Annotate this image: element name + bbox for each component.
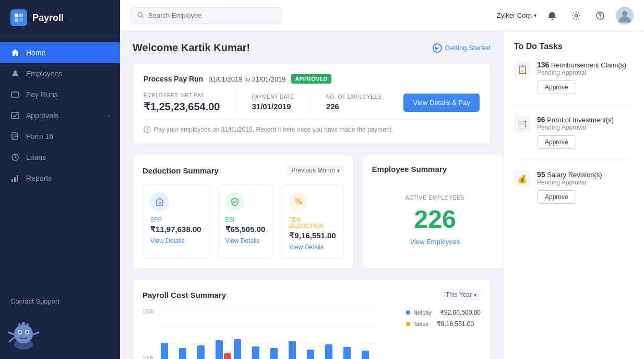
payrun-employee-count: NO. OF EMPLOYEES 226 bbox=[326, 94, 382, 111]
app-logo bbox=[10, 9, 27, 26]
year-selector[interactable]: This Year ▾ bbox=[442, 289, 481, 300]
svg-line-22 bbox=[33, 332, 39, 334]
bar-group bbox=[289, 341, 304, 359]
search-box[interactable] bbox=[130, 7, 282, 24]
sidebar-item-home-label: Home bbox=[26, 49, 45, 57]
search-input[interactable] bbox=[148, 11, 275, 19]
search-icon bbox=[137, 11, 144, 20]
employee-count-label: NO. OF EMPLOYEES bbox=[326, 94, 382, 100]
svg-line-21 bbox=[9, 338, 14, 342]
y-axis-100k: 100k bbox=[142, 355, 154, 359]
sidebar-item-home[interactable]: Home bbox=[0, 42, 120, 63]
epf-name: EPF bbox=[150, 216, 201, 223]
employee-summary-header: Employee Summary bbox=[372, 165, 498, 173]
bar-group bbox=[234, 339, 249, 359]
netpay-bar bbox=[362, 351, 369, 359]
todo-panel: To Do Tasks 📋 136 Reimbursement Claim(s)… bbox=[503, 31, 644, 359]
sidebar-item-reports[interactable]: Reports bbox=[0, 168, 120, 189]
tds-card: % TDS DEDUCTION ₹9,16,551.00 View Detail… bbox=[281, 184, 343, 259]
bar-group bbox=[216, 340, 231, 359]
esi-view-details[interactable]: View Details bbox=[225, 237, 266, 245]
netpay-bar bbox=[216, 340, 223, 359]
main-area: Zylker Corp ▾ Welcome Kartik Kumar! bbox=[120, 0, 644, 359]
approve-button[interactable]: Approve bbox=[537, 80, 576, 94]
approve-button[interactable]: Approve bbox=[537, 135, 576, 149]
esi-icon bbox=[225, 192, 244, 211]
contact-support[interactable]: Contact Support bbox=[0, 287, 120, 316]
netpay-bar bbox=[179, 348, 186, 359]
period-chevron-icon: ▾ bbox=[337, 168, 340, 173]
svg-rect-11 bbox=[17, 175, 18, 182]
loans-icon bbox=[10, 153, 20, 162]
sidebar: Payroll Home Employees Pay Runs Approval… bbox=[0, 0, 120, 359]
welcome-title: Welcome Kartik Kumar! bbox=[133, 42, 250, 54]
period-label: Previous Month bbox=[291, 167, 335, 174]
svg-rect-9 bbox=[11, 179, 13, 182]
legend-taxes: Taxes ₹9,16,551.00 bbox=[406, 320, 481, 328]
settings-icon[interactable] bbox=[568, 7, 585, 24]
form16-icon bbox=[10, 132, 20, 141]
payment-date-value: 31/01/2019 bbox=[252, 102, 294, 111]
todo-item-count: 55 bbox=[537, 170, 545, 179]
sidebar-nav: Home Employees Pay Runs Approvals › Fo bbox=[0, 36, 120, 287]
sidebar-item-loans[interactable]: Loans bbox=[0, 147, 120, 168]
netpay-bar bbox=[252, 346, 259, 359]
todo-item-status: Pending Approval bbox=[537, 179, 634, 186]
view-details-pay-button[interactable]: View Details & Pay bbox=[403, 94, 480, 112]
todo-item-icon: 📋 bbox=[514, 61, 531, 77]
payrun-net-pay: EMPLOYEES' NET PAY ₹1,25,23,654.00 bbox=[144, 92, 220, 113]
sidebar-item-approvals[interactable]: Approvals › bbox=[0, 105, 120, 126]
company-selector[interactable]: Zylker Corp ▾ bbox=[497, 11, 536, 19]
epf-view-details[interactable]: View Details bbox=[150, 237, 201, 245]
sidebar-item-loans-label: Loans bbox=[26, 153, 46, 161]
todo-item-title: 136 Reimbursement Claim(s) bbox=[537, 61, 634, 69]
help-icon[interactable] bbox=[592, 7, 609, 24]
home-icon bbox=[10, 48, 20, 57]
approve-button[interactable]: Approve bbox=[537, 190, 576, 204]
notifications-icon[interactable] bbox=[544, 7, 560, 24]
taxes-legend-value: ₹9,16,551.00 bbox=[437, 320, 474, 328]
sidebar-item-payruns[interactable]: Pay Runs bbox=[0, 84, 120, 105]
chart-container: 150k 100k bbox=[142, 309, 481, 359]
epf-amount: ₹11,97,638.00 bbox=[150, 225, 201, 234]
bar-group bbox=[307, 350, 323, 359]
active-employees-count: 226 bbox=[414, 205, 456, 234]
year-chevron-icon: ▾ bbox=[474, 292, 476, 298]
payrun-note-text: Pay your employees on 31/01/2019. Record… bbox=[154, 126, 393, 133]
todo-item: 📑 96 Proof of Investment(s) Pending Appr… bbox=[514, 115, 634, 160]
svg-rect-3 bbox=[19, 18, 23, 22]
getting-started-button[interactable]: ▶ Getting Started bbox=[433, 43, 491, 53]
payrun-label: Process Pay Run bbox=[144, 75, 203, 83]
netpay-bar bbox=[325, 344, 332, 359]
todo-item-title: 55 Salary Revision(s) bbox=[537, 170, 634, 179]
employee-summary-title: Employee Summary bbox=[372, 165, 447, 173]
todo-item: 📋 136 Reimbursement Claim(s) Pending App… bbox=[514, 61, 634, 105]
sidebar-item-employees[interactable]: Employees bbox=[0, 63, 120, 84]
netpay-legend-value: ₹92,00,500.00 bbox=[440, 309, 481, 316]
esi-name: ESI bbox=[225, 216, 266, 223]
epf-icon bbox=[150, 192, 169, 211]
active-employees-label: ACTIVE EMPLOYEES bbox=[406, 195, 464, 201]
content-main: Welcome Kartik Kumar! ▶ Getting Started … bbox=[120, 31, 503, 359]
period-selector[interactable]: Previous Month ▾ bbox=[287, 165, 343, 176]
bar-group bbox=[161, 343, 176, 359]
user-avatar[interactable] bbox=[616, 7, 634, 25]
netpay-legend-label: Netpay bbox=[413, 309, 432, 316]
netpay-bar bbox=[289, 341, 296, 359]
sidebar-item-employees-label: Employees bbox=[26, 70, 62, 78]
payroll-cost-title: Payroll Cost Summary bbox=[142, 291, 226, 299]
svg-rect-10 bbox=[14, 177, 16, 182]
payroll-cost-header: Payroll Cost Summary This Year ▾ bbox=[142, 289, 481, 300]
divider2 bbox=[310, 92, 311, 113]
sidebar-item-form16[interactable]: Form 16 bbox=[0, 126, 120, 147]
bar-group bbox=[197, 345, 213, 359]
svg-point-37 bbox=[159, 202, 161, 204]
tds-view-details[interactable]: View Details bbox=[289, 244, 336, 251]
svg-point-28 bbox=[552, 18, 553, 20]
play-icon: ▶ bbox=[433, 43, 442, 53]
view-employees-link[interactable]: View Employees bbox=[410, 238, 460, 246]
approvals-icon bbox=[10, 111, 20, 120]
svg-rect-0 bbox=[15, 14, 18, 17]
payrun-note: Pay your employees on 31/01/2019. Record… bbox=[144, 119, 480, 133]
divider bbox=[235, 92, 236, 113]
